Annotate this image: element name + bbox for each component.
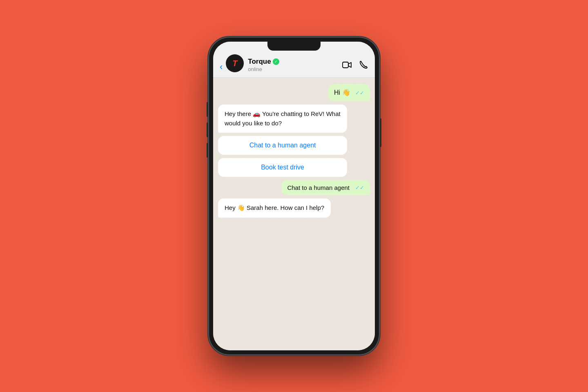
message-sent-chat-human: Chat to a human agent ✓✓ — [281, 180, 370, 195]
contact-status: online — [248, 66, 342, 72]
message-text: Hey there 🚗 You're chatting to ReV! What… — [225, 110, 341, 127]
header-action-icons — [342, 60, 368, 71]
chat-background: Hi 👋 ✓✓ Hey there 🚗 You're chatting to R… — [213, 78, 375, 350]
contact-info: Torque ✓ online — [248, 58, 342, 72]
video-call-icon[interactable] — [342, 61, 352, 71]
message-sent-hi: Hi 👋 ✓✓ — [328, 84, 370, 101]
phone-call-icon[interactable] — [359, 60, 368, 71]
message-received-sarah: Hey 👋 Sarah here. How can I help? — [218, 198, 331, 218]
phone-frame: ‹ T Torque ✓ online — [208, 37, 380, 355]
phone-notch — [267, 42, 321, 51]
verified-badge: ✓ — [273, 58, 279, 65]
option-label: Book test drive — [261, 164, 304, 171]
chat-messages-list: Hi 👋 ✓✓ Hey there 🚗 You're chatting to R… — [213, 78, 375, 224]
avatar: T — [226, 54, 244, 72]
option-book-test-drive[interactable]: Book test drive — [218, 158, 347, 177]
message-text: Hey 👋 Sarah here. How can I help? — [225, 204, 324, 211]
message-text: Chat to a human agent — [287, 184, 350, 191]
read-tick: ✓✓ — [355, 90, 364, 96]
message-received-intro: Hey there 🚗 You're chatting to ReV! What… — [218, 105, 347, 133]
svg-rect-0 — [343, 62, 348, 68]
read-tick: ✓✓ — [355, 185, 364, 191]
phone-mockup: ‹ T Torque ✓ online — [208, 37, 380, 355]
option-label: Chat to a human agent — [249, 142, 316, 149]
contact-name-row: Torque ✓ — [248, 58, 342, 66]
phone-screen: ‹ T Torque ✓ online — [213, 42, 375, 350]
message-text: Hi 👋 — [334, 89, 350, 96]
avatar-letter: T — [232, 59, 237, 67]
option-chat-human[interactable]: Chat to a human agent — [218, 136, 347, 155]
contact-name: Torque — [248, 58, 271, 66]
back-button[interactable]: ‹ — [220, 62, 223, 71]
